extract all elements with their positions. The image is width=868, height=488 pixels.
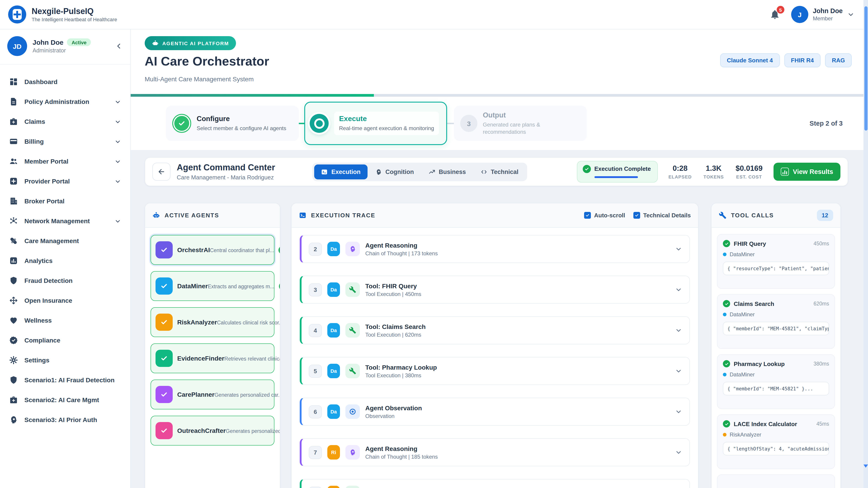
sidebar-user-role: Administrator xyxy=(33,47,91,54)
tab-technical[interactable]: Technical xyxy=(473,164,525,179)
sidebar-item-scenario3[interactable]: Scenario3: AI Prior Auth xyxy=(0,410,130,430)
stat-tokens: 1.3K TOKENS xyxy=(704,164,724,180)
tool-call-name: Claims Search xyxy=(734,300,774,307)
sidebar-collapse-button[interactable] xyxy=(115,42,123,50)
step-complete-icon xyxy=(172,114,191,133)
bandage-icon xyxy=(9,236,18,246)
command-center-title: Agent Command Center xyxy=(177,163,290,173)
users-icon xyxy=(9,157,18,166)
sidebar-item-provider-portal[interactable]: Provider Portal xyxy=(0,171,130,191)
sidebar-item-label: Network Management xyxy=(24,217,90,225)
page-scrollbar[interactable] xyxy=(864,0,868,488)
tool-call-card[interactable]: FHIR Query 450ms DataMiner { "resourceTy… xyxy=(717,234,835,289)
step-execute[interactable]: Execute Real-time agent execution & moni… xyxy=(304,102,447,145)
chevron-down-icon[interactable] xyxy=(675,286,682,293)
sidebar-item-dashboard[interactable]: Dashboard xyxy=(0,72,130,92)
scrollbar-thumb[interactable] xyxy=(864,6,867,131)
tool-call-name: Pharmacy Lookup xyxy=(734,360,784,367)
sidebar-item-open-insurance[interactable]: Open Insurance xyxy=(0,291,130,311)
check-circle-icon xyxy=(723,300,730,307)
sidebar-item-compliance[interactable]: Compliance xyxy=(0,330,130,350)
agent-dot xyxy=(723,373,726,377)
agent-description: Calculates clinical risk scor... xyxy=(217,320,280,325)
agent-card-orchestrai[interactable]: OrchestrAICentral coordinator that pl... xyxy=(151,235,274,265)
agent-card-dataminer[interactable]: DataMinerExtracts and aggregates m... xyxy=(151,271,274,301)
step-number-badge: 8 xyxy=(309,486,322,488)
check-circle-icon xyxy=(279,282,280,290)
tab-cognition[interactable]: Cognition xyxy=(368,164,421,179)
tool-call-card[interactable]: Pharmacy Lookup 380ms DataMiner { "membe… xyxy=(717,354,835,409)
notifications-button[interactable]: 5 xyxy=(770,9,780,20)
tool-call-card[interactable] xyxy=(717,475,835,488)
agent-description: Generates personalized car... xyxy=(215,392,280,398)
building-icon xyxy=(9,197,18,205)
trace-row[interactable]: 3 Da Tool: FHIR QueryTool Execution | 45… xyxy=(300,275,690,304)
sidebar-item-label: Fraud Detection xyxy=(24,277,72,284)
check-circle-icon xyxy=(723,360,730,367)
tab-execution[interactable]: Execution xyxy=(314,164,367,179)
tab-business[interactable]: Business xyxy=(422,164,473,179)
dashboard-grid-icon xyxy=(9,77,18,86)
trace-row[interactable]: 5 Da Tool: Pharmacy LookupTool Execution… xyxy=(300,357,690,385)
agent-check-icon xyxy=(156,422,173,439)
agent-name: OrchestrAI xyxy=(177,246,210,254)
sidebar-item-claims[interactable]: Claims xyxy=(0,111,130,131)
trace-row[interactable]: 7 Ri Agent ReasoningChain of Thought | 1… xyxy=(300,438,690,466)
chevron-down-icon[interactable] xyxy=(675,367,682,375)
sidebar-item-label: Broker Portal xyxy=(24,197,64,205)
chevron-down-icon xyxy=(114,158,121,165)
step-description: Select member & configure AI agents xyxy=(197,125,286,132)
sidebar-item-scenario2[interactable]: Scenario2: AI Care Mgmt xyxy=(0,390,130,410)
page-header: AGENTIC AI PLATFORM AI Care Orchestrator… xyxy=(130,29,868,94)
robot-icon xyxy=(152,40,159,46)
chevron-down-icon[interactable] xyxy=(675,327,682,334)
view-results-button[interactable]: View Results xyxy=(774,163,840,181)
tool-call-duration: 380ms xyxy=(813,361,829,366)
sidebar-item-policy-administration[interactable]: Policy Administration xyxy=(0,92,130,111)
sidebar-item-broker-portal[interactable]: Broker Portal xyxy=(0,191,130,211)
step-number-badge: 4 xyxy=(309,324,322,337)
badge-check-icon xyxy=(9,336,18,345)
agent-card-careplanner[interactable]: CarePlannerGenerates personalized car... xyxy=(151,380,274,410)
scrollbar-down-arrow-icon[interactable] xyxy=(864,464,868,468)
sidebar-item-scenario1[interactable]: Scenario1: AI Fraud Detection xyxy=(0,370,130,390)
tool-call-name: LACE Index Calculator xyxy=(734,420,797,427)
tool-call-card[interactable]: LACE Index Calculator 45ms RiskAnalyzer … xyxy=(717,414,835,469)
agent-card-riskanalyzer[interactable]: RiskAnalyzerCalculates clinical risk sco… xyxy=(151,307,274,337)
stat-label: ELAPSED xyxy=(669,174,692,180)
auto-scroll-checkbox[interactable]: Auto-scroll xyxy=(584,212,625,219)
sidebar-item-wellness[interactable]: Wellness xyxy=(0,311,130,330)
user-role: Member xyxy=(813,15,843,22)
sidebar-item-fraud-detection[interactable]: Fraud Detection xyxy=(0,271,130,291)
sidebar-item-analytics[interactable]: Analytics xyxy=(0,251,130,271)
trace-row[interactable]: 6 Da Agent ObservationObservation xyxy=(300,398,690,426)
terminal-icon xyxy=(321,168,328,175)
user-menu[interactable]: J John Doe Member xyxy=(791,6,855,23)
trace-row[interactable]: 8 Ri Tool: LACE Index Calculator xyxy=(300,479,690,488)
brain-icon xyxy=(345,242,360,256)
checkbox-label: Auto-scroll xyxy=(594,212,625,219)
agent-card-evidencefinder[interactable]: EvidenceFinderRetrieves relevant clinica… xyxy=(151,344,274,373)
trace-row[interactable]: 4 Da Tool: Claims SearchTool Execution |… xyxy=(300,316,690,344)
chevron-down-icon[interactable] xyxy=(675,408,682,415)
chevron-down-icon[interactable] xyxy=(675,246,682,253)
sidebar-item-settings[interactable]: Settings xyxy=(0,350,130,370)
sidebar-item-member-portal[interactable]: Member Portal xyxy=(0,151,130,171)
trace-row-subtitle: Chain of Thought | 185 tokens xyxy=(365,453,438,460)
trace-row[interactable]: 2 Da Agent ReasoningChain of Thought | 1… xyxy=(300,235,690,263)
sidebar-item-network-management[interactable]: Network Management xyxy=(0,211,130,231)
sidebar-item-billing[interactable]: Billing xyxy=(0,131,130,151)
sidebar-item-care-management[interactable]: Care Management xyxy=(0,231,130,251)
step-configure[interactable]: Configure Select member & configure AI a… xyxy=(166,106,299,141)
step-number-badge: 6 xyxy=(309,405,322,418)
agent-card-outreachcrafter[interactable]: OutreachCrafterGenerates personalized, c… xyxy=(151,416,274,446)
head-gear-icon xyxy=(9,415,18,424)
technical-details-checkbox[interactable]: Technical Details xyxy=(633,212,691,219)
chevron-down-icon[interactable] xyxy=(675,449,682,456)
trace-row-subtitle: Observation xyxy=(365,413,422,419)
step-output[interactable]: 3 Output Generated care plans & recommen… xyxy=(454,106,587,141)
medical-case-icon xyxy=(9,117,18,126)
back-button[interactable] xyxy=(152,163,170,181)
tool-call-name: FHIR Query xyxy=(734,240,766,247)
tool-call-card[interactable]: Claims Search 620ms DataMiner { "memberI… xyxy=(717,294,835,349)
